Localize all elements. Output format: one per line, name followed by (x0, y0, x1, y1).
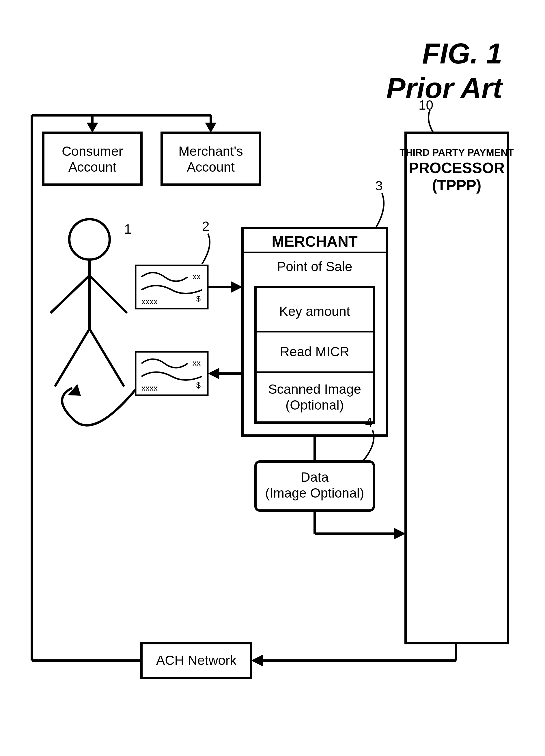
tppp-line3: (TPPP) (432, 177, 481, 194)
ref-10: 10 (419, 97, 433, 112)
ref-4: 4 (365, 415, 373, 430)
merchants-account-label-2: Account (187, 160, 235, 175)
merchant-row3b: (Optional) (286, 397, 344, 412)
arrow-merchant-to-check2-head (208, 368, 219, 379)
svg-line-2 (50, 275, 89, 313)
merchant-row2: Read MICR (280, 344, 349, 359)
arrow-tppp-to-ach-head (251, 655, 263, 666)
merchant-row1: Key amount (279, 304, 350, 319)
ref-3: 3 (375, 178, 383, 193)
merchant-title: MERCHANT (271, 233, 358, 250)
consumer-account-label-1: Consumer (62, 144, 123, 159)
ref-2-leader (202, 234, 210, 264)
consumer-account-label-2: Account (68, 160, 116, 175)
arrow-to-consumer-head (87, 123, 98, 133)
svg-line-4 (55, 329, 89, 387)
check-to-merchant-icon: xx $ xxxx (136, 265, 208, 309)
svg-text:xx: xx (192, 359, 200, 367)
consumer-person-icon (50, 219, 127, 387)
svg-line-5 (89, 329, 124, 387)
svg-text:xxxx: xxxx (141, 297, 158, 306)
svg-text:$: $ (196, 381, 200, 390)
data-line2: (Image Optional) (265, 485, 364, 500)
ref-3-leader (376, 193, 384, 227)
tppp-line2: PROCESSOR (409, 160, 505, 176)
arrow-check-to-merchant-head (231, 281, 242, 293)
check-returned-icon: xx $ xxxx (136, 352, 208, 395)
ref-10-leader (428, 110, 433, 132)
tppp-box (406, 133, 508, 643)
ref-2: 2 (202, 219, 209, 234)
diagram-canvas: FIG. 1 Prior Art Consumer Account Mercha… (0, 0, 545, 756)
svg-line-3 (89, 275, 127, 313)
arrow-to-merchacct-head (205, 123, 216, 133)
data-line1: Data (301, 470, 329, 485)
ach-network-label: ACH Network (156, 653, 237, 668)
figure-label: FIG. 1 (422, 37, 502, 70)
ref-1: 1 (124, 222, 132, 237)
consumer-account-box (43, 133, 141, 185)
merchants-account-label-1: Merchant's (178, 144, 243, 159)
svg-point-0 (69, 219, 110, 260)
merchant-pos: Point of Sale (277, 259, 353, 274)
figure-subtitle: Prior Art (386, 72, 503, 104)
arrow-data-to-tppp-head (394, 528, 406, 539)
svg-text:xxxx: xxxx (141, 384, 158, 393)
merchants-account-box (162, 133, 260, 185)
svg-text:xx: xx (192, 272, 200, 281)
svg-text:$: $ (196, 294, 200, 303)
tppp-line1: THIRD PARTY PAYMENT (400, 147, 514, 158)
merchant-row3a: Scanned Image (268, 382, 361, 397)
